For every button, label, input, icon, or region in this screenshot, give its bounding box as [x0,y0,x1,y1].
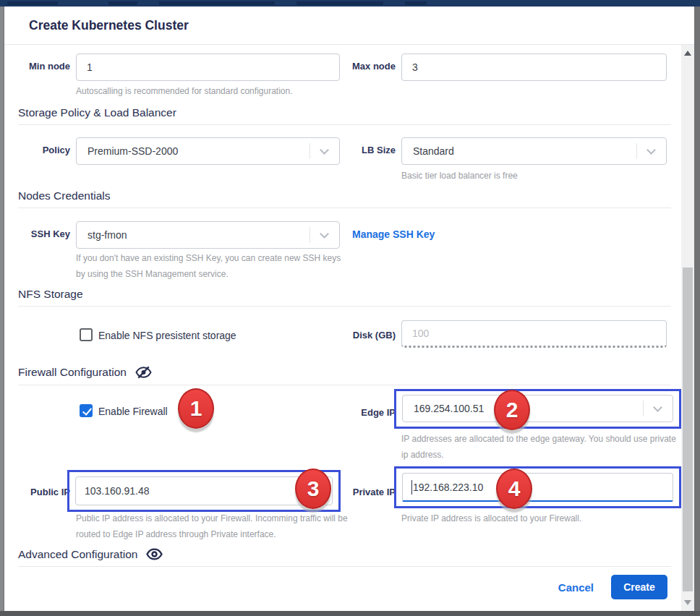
manage-ssh-key-link[interactable]: Manage SSH Key [352,228,435,240]
lb-helper-text: Basic tier load balancer is free [401,168,676,184]
private-ip-input-value: 192.168.223.10 [413,482,483,493]
ssh-key-select-value: stg-fmon [88,229,127,241]
create-kubernetes-cluster-dialog: Create Kubernetes Cluster Min node Max n… [4,7,694,611]
public-ip-helper-text: Public IP address is allocated to your F… [76,510,359,542]
dialog-footer: Cancel Create [558,575,667,599]
cancel-button[interactable]: Cancel [558,581,594,594]
chevron-down-icon[interactable] [643,401,672,416]
step-badge-3: 3 [295,469,331,509]
dialog-scrollbar[interactable] [681,45,694,611]
ssh-key-label: SSH Key [4,228,70,239]
create-button[interactable]: Create [611,575,667,599]
edge-ip-select[interactable]: 169.254.100.51 [402,395,673,422]
eye-icon[interactable] [146,547,163,561]
disk-gb-label: Disk (GB) [330,330,396,341]
min-node-label: Min node [4,61,70,72]
scrollbar-thumb[interactable] [683,268,693,591]
edge-ip-helper-text: IP addresses are allocated to the edge g… [401,431,685,463]
nfs-storage-section-title: NFS Storage [18,288,671,307]
scrollbar-up-arrow-icon[interactable] [684,51,691,56]
public-ip-input[interactable]: 103.160.91.48 [75,476,333,505]
private-ip-label: Private IP [330,487,396,497]
background-page-header [0,0,700,7]
edge-ip-select-value: 169.254.100.51 [414,403,484,414]
enable-firewall-checkbox-label: Enable Firewall [98,406,168,417]
policy-select[interactable]: Premium-SSD-2000 [76,137,340,165]
nfs-storage-checkbox-label: Enable NFS presistent storage [98,330,236,341]
public-ip-label: Public IP [4,487,70,497]
dialog-header: Create Kubernetes Cluster [4,7,694,45]
max-node-input[interactable] [401,54,667,81]
disk-gb-input[interactable] [401,320,667,348]
edge-ip-annotation-box: 169.254.100.51 [394,389,681,429]
dialog-title: Create Kubernetes Cluster [29,18,189,33]
edge-ip-label: Edge IP [330,407,396,418]
advanced-section-title: Advanced Configuration [18,547,671,567]
eye-off-icon[interactable] [135,365,152,380]
ssh-helper-text: If you don't have an existing SSH Key, y… [76,250,349,282]
dialog-scroll-content: Min node Max node Autoscalling is recomm… [4,45,681,611]
nfs-storage-checkbox[interactable] [80,328,93,341]
chevron-down-icon[interactable] [310,227,338,243]
max-node-label: Max node [330,61,396,72]
storage-lb-section-title: Storage Policy & Load Balancer [18,106,671,125]
step-badge-4: 4 [496,469,532,509]
backdrop-bottom [0,611,700,616]
lb-size-select[interactable]: Standard [401,137,667,165]
text-cursor [411,480,412,495]
enable-firewall-checkbox[interactable] [80,404,93,417]
firewall-section-title: Firewall Configuration [18,365,671,385]
policy-select-value: Premium-SSD-2000 [88,145,178,157]
lb-size-select-value: Standard [413,145,454,157]
min-node-input[interactable] [76,54,340,81]
step-badge-1: 1 [178,388,214,429]
private-ip-annotation-box: 192.168.223.10 [394,466,681,508]
autoscaling-helper-text: Autoscalling is recommended for standard… [76,83,351,99]
ssh-key-select[interactable]: stg-fmon [76,221,340,249]
lb-size-label: LB Size [330,145,396,155]
scrollbar-down-arrow-icon[interactable] [684,600,691,605]
private-ip-helper-text: Private IP address is allocated to your … [401,510,685,526]
private-ip-input[interactable]: 192.168.223.10 [402,473,673,502]
step-badge-2: 2 [494,390,530,430]
public-ip-input-value: 103.160.91.48 [85,485,150,497]
chevron-down-icon[interactable] [636,143,665,159]
dialog-body: Min node Max node Autoscalling is recomm… [4,45,694,611]
policy-label: Policy [4,145,70,155]
backdrop-right [694,7,700,616]
nodes-credentials-section-title: Nodes Credentials [18,189,671,208]
